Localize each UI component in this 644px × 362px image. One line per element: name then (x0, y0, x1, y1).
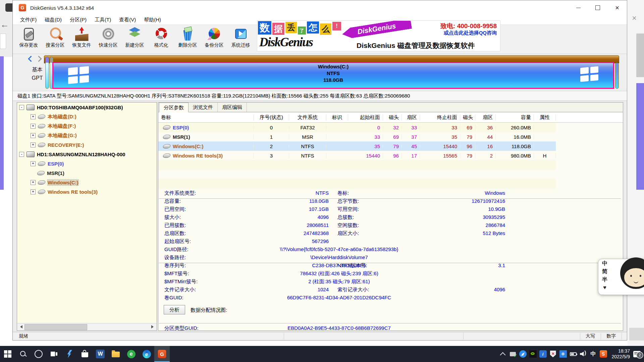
toolbar-save-changes[interactable]: 保存更改 (15, 25, 42, 54)
tree-item-9[interactable]: +Windows RE tools(3) (17, 187, 157, 196)
tree-item-8[interactable]: +Windows(C:) (17, 178, 157, 187)
taskbar-store[interactable] (77, 346, 93, 362)
tree-item-5[interactable]: -HD1:SAMSUNGMZNLN128HAHQ-000 (17, 149, 157, 159)
ime-option-3[interactable]: ♥ (603, 284, 606, 292)
column-header-7[interactable]: 终止柱面 (420, 114, 460, 121)
table-row[interactable]: Windows(C:)2NTFS357945154409616118.0GB (158, 141, 556, 151)
scroll-right-icon[interactable] (150, 323, 157, 330)
background-scrollbar[interactable] (636, 34, 644, 77)
table-row[interactable]: MSR(1)1MSR33693735794416.0MB (158, 132, 556, 141)
column-header-3[interactable]: 标识 (326, 114, 348, 121)
taskbar-diskgenius[interactable] (154, 346, 170, 362)
expand-icon[interactable]: + (31, 180, 36, 185)
taskbar-word[interactable] (93, 346, 108, 362)
nav-right-icon[interactable] (36, 56, 42, 62)
taskbar-browser-360[interactable] (123, 346, 139, 362)
tree-item-0[interactable]: -HD0:TOSHIBAMQ04ABF100(932GB) (17, 103, 157, 112)
scrollbar-thumb[interactable] (24, 324, 87, 330)
tree-item-7[interactable]: MSR(1) (17, 168, 157, 178)
tree-item-1[interactable]: +本地磁盘(D:) (17, 112, 157, 121)
tray-nvidia[interactable] (528, 346, 538, 362)
menu-item-4[interactable]: 查看(V) (115, 17, 140, 23)
tray-printer[interactable] (508, 346, 518, 362)
collapse-icon[interactable]: - (19, 152, 24, 157)
column-header-4[interactable]: 起始柱面 (348, 114, 383, 121)
ad-banner[interactable]: 数据丢了怎么! DiskGenius 致电: 400-008-9958 或点击此… (257, 20, 500, 51)
tray-defender[interactable] (548, 346, 558, 362)
toolbar-backup-partition[interactable]: 备份分区 (201, 25, 227, 54)
taskbar-cortana[interactable] (31, 346, 46, 362)
partition-windows-bar[interactable]: Windows(C:) NTFS 118.0GB (52, 62, 614, 89)
column-header-0[interactable]: 卷标 (158, 114, 254, 121)
tree-hscrollbar[interactable] (17, 323, 157, 330)
column-header-2[interactable]: 文件系统 (289, 114, 326, 121)
tray-ime[interactable]: 中 (588, 346, 598, 362)
ime-option-0[interactable]: 中 (602, 259, 607, 267)
tree-item-6[interactable]: +ESP(0) (17, 159, 157, 168)
tree-item-4[interactable]: +RECOVERY(E:) (17, 140, 157, 149)
expand-icon[interactable]: + (31, 161, 36, 166)
cell: 0 (254, 125, 289, 130)
column-header-6[interactable]: 扇区 (402, 114, 420, 121)
expand-icon[interactable]: + (31, 142, 36, 147)
expand-icon[interactable]: + (31, 114, 36, 119)
tray-battery[interactable] (568, 346, 578, 362)
expand-icon[interactable]: + (31, 189, 36, 194)
notification-icon[interactable]: 2 (633, 351, 641, 357)
menu-item-1[interactable]: 磁盘(D) (41, 17, 66, 23)
ime-floating-widget[interactable]: 中简半♥ (598, 257, 644, 296)
column-header-5[interactable]: 磁头 (383, 114, 402, 121)
tray-intel[interactable] (538, 346, 548, 362)
toolbar-delete-partition[interactable]: 删除分区 (174, 25, 201, 54)
minimize-button[interactable] (569, 0, 588, 15)
detail-value: 126710972416 (393, 198, 505, 204)
toolbar-search-partition[interactable]: 搜索分区 (42, 25, 68, 54)
partition-esp-bar[interactable] (45, 57, 49, 89)
toolbar-recover-files[interactable]: 恢复文件 (68, 25, 95, 54)
column-header-9[interactable]: 扇区 (475, 114, 496, 121)
tab-2[interactable]: 浏览文件 (189, 103, 218, 112)
menu-item-5[interactable]: 帮助(H) (140, 17, 165, 23)
toolbar-system-migrate[interactable]: 系统迁移 (227, 25, 254, 54)
tab-3[interactable]: 扇区编辑 (218, 103, 247, 112)
scroll-left-icon[interactable] (17, 323, 24, 330)
table-row[interactable]: Windows RE tools(3)3NTFS1544096171556579… (158, 151, 556, 160)
ime-option-2[interactable]: 半 (602, 276, 607, 284)
table-row[interactable]: ESP(0)0FAT3203233336936260.0MB (158, 123, 556, 132)
menu-item-2[interactable]: 分区(P) (66, 17, 91, 23)
ime-option-1[interactable]: 简 (602, 267, 607, 276)
taskbar-edge[interactable] (139, 346, 154, 362)
collapse-icon[interactable]: - (19, 105, 24, 110)
partition-retools-bar[interactable] (615, 63, 619, 89)
analyze-button[interactable]: 分析 (164, 305, 185, 314)
tab-1[interactable]: 分区参数 (159, 103, 189, 112)
taskbar-start[interactable] (0, 346, 15, 362)
menu-item-3[interactable]: 工具(T) (91, 17, 115, 23)
taskbar-search[interactable] (15, 346, 31, 362)
tray-snowflake[interactable] (558, 346, 568, 362)
toolbar-quick-partition[interactable]: 快速分区 (95, 25, 121, 54)
tray-dingtalk[interactable] (518, 346, 528, 362)
menu-item-0[interactable]: 文件(F) (16, 17, 41, 23)
tray-volume[interactable] (578, 346, 588, 362)
taskbar-file-explorer[interactable] (108, 346, 123, 362)
close-button[interactable]: × (607, 0, 627, 15)
expand-icon[interactable]: + (31, 133, 36, 138)
tree-item-2[interactable]: +本地磁盘(F:) (17, 121, 157, 131)
column-header-10[interactable]: 容量 (496, 114, 534, 121)
taskbar-task-view[interactable] (46, 346, 62, 362)
toolbar-new-partition[interactable]: 新建分区 (121, 25, 148, 54)
nav-left-icon[interactable] (28, 56, 34, 62)
tray-chevron-up[interactable] (498, 346, 508, 362)
maximize-button[interactable] (588, 0, 607, 15)
column-header-8[interactable]: 磁头 (460, 114, 475, 121)
expand-icon[interactable]: + (31, 124, 36, 129)
tree-item-3[interactable]: +本地磁盘(G:) (17, 131, 157, 140)
tray-sogou[interactable] (598, 346, 608, 362)
toolbar-format[interactable]: 格式化 (148, 25, 174, 54)
column-header-1[interactable]: 序号(状态) (254, 114, 289, 121)
ad-qq-link[interactable]: 或点击此处选择QQ咨询 (444, 30, 497, 36)
taskbar-flash[interactable] (62, 346, 77, 362)
taskbar-clock[interactable]: 18:37 2022/5/9 (608, 348, 634, 360)
column-header-11[interactable]: 属性 (534, 114, 556, 121)
